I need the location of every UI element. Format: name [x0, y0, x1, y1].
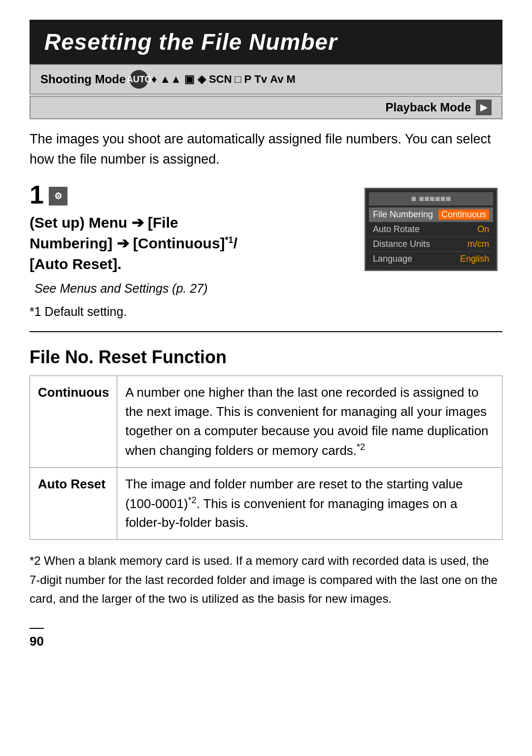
- playback-mode-text: Playback Mode: [386, 101, 471, 114]
- step1-default-note: *1 Default setting.: [30, 305, 350, 319]
- auto-icon: AUTO: [130, 70, 148, 89]
- table-row-auto-reset: Auto Reset The image and folder number a…: [30, 467, 502, 540]
- camera-menu-item-file-numbering: File Numbering Continuous: [369, 207, 493, 222]
- page-title: Resetting the File Number: [44, 29, 488, 55]
- mode-square-icon: □: [235, 73, 241, 86]
- camera-menu-value-4: English: [460, 254, 489, 264]
- camera-menu-value-3: m/cm: [467, 239, 489, 249]
- playback-mode-bar: Playback Mode ▶: [30, 96, 502, 119]
- step1-header: 1 ⚙: [30, 184, 350, 207]
- step1-sub-text: See Menus and Settings (p. 27): [34, 281, 350, 296]
- camera-menu-item-language: Language English: [369, 252, 493, 267]
- play-icon: ▶: [476, 100, 492, 115]
- step1-text-part2: Numbering] ➔ [Continuous]*1/: [30, 235, 237, 251]
- page-title-bar: Resetting the File Number: [30, 20, 502, 64]
- step1-text-part1: (Set up) Menu ➔ [File: [30, 214, 178, 231]
- camera-menu-item-auto-rotate: Auto Rotate On: [369, 222, 493, 237]
- camera-screen-title: ■ ■■■■■■: [369, 192, 493, 206]
- camera-menu-value-2: On: [477, 224, 489, 235]
- camera-menu-label-3: Distance Units: [373, 239, 430, 249]
- auto-reset-label: Auto Reset: [30, 467, 117, 540]
- table-row-continuous: Continuous A number one higher than the …: [30, 376, 502, 468]
- file-no-reset-section: File No. Reset Function Continuous A num…: [30, 347, 502, 608]
- intro-text: The images you shoot are automatically a…: [30, 129, 502, 169]
- footnote-text: *2 When a blank memory card is used. If …: [30, 551, 502, 608]
- auto-reset-description: The image and folder number are reset to…: [117, 467, 502, 540]
- shooting-mode-bar: Shooting Mode AUTO ♦ ▲▲ ▣ ◈ SCN □ P Tv A…: [30, 64, 502, 95]
- shooting-mode-label: Shooting Mode AUTO ♦ ▲▲ ▣ ◈ SCN □ P Tv A…: [40, 70, 296, 89]
- continuous-description: A number one higher than the last one re…: [117, 376, 502, 468]
- camera-menu-value-1: Continuous: [438, 209, 489, 220]
- mode-sport-icon: ♦: [151, 73, 157, 86]
- mode-portrait-icon: ▲▲: [160, 73, 182, 86]
- camera-menu: ■ ■■■■■■ File Numbering Continuous Auto …: [365, 188, 498, 271]
- mode-scene-icon: ▣: [184, 73, 195, 86]
- camera-menu-label-2: Auto Rotate: [373, 224, 420, 235]
- setup-icon: ⚙: [49, 187, 67, 206]
- mode-m-icon: M: [287, 73, 296, 86]
- section-title: File No. Reset Function: [30, 347, 502, 368]
- mode-scn-icon: SCN: [209, 73, 232, 86]
- step1-section: 1 ⚙ (Set up) Menu ➔ [File Numbering] ➔ […: [30, 184, 502, 332]
- mode-tv-icon: Tv: [255, 73, 267, 86]
- step1-camera-screen: ■ ■■■■■■ File Numbering Continuous Auto …: [365, 184, 502, 319]
- mode-p-icon: P: [244, 73, 252, 86]
- step1-number: 1: [30, 182, 44, 207]
- camera-menu-label-4: Language: [373, 254, 412, 264]
- step1-text-part3: [Auto Reset].: [30, 256, 122, 272]
- shooting-mode-icons: AUTO ♦ ▲▲ ▣ ◈ SCN □ P Tv Av M: [130, 70, 296, 89]
- shooting-mode-text: Shooting Mode: [40, 72, 126, 86]
- mode-filter-icon: ◈: [198, 73, 206, 86]
- step1-instruction: (Set up) Menu ➔ [File Numbering] ➔ [Cont…: [30, 212, 350, 275]
- playback-mode-label: Playback Mode ▶: [386, 100, 492, 115]
- mode-av-icon: Av: [270, 73, 283, 86]
- step1-left: 1 ⚙ (Set up) Menu ➔ [File Numbering] ➔ […: [30, 184, 350, 319]
- camera-menu-item-distance: Distance Units m/cm: [369, 237, 493, 252]
- camera-menu-label-1: File Numbering: [373, 209, 433, 220]
- page-number: 90: [30, 628, 44, 649]
- reset-table: Continuous A number one higher than the …: [30, 376, 502, 540]
- continuous-label: Continuous: [30, 376, 117, 468]
